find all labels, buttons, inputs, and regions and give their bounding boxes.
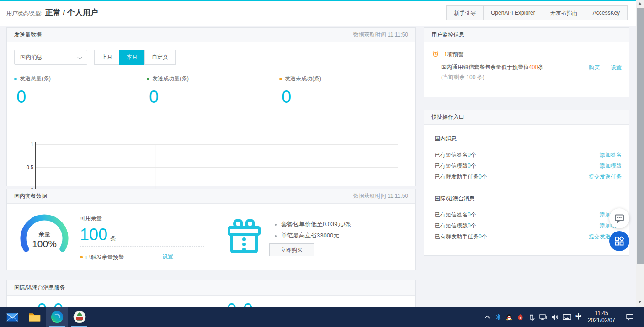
alert-remaining: (当前剩余 100 条)	[441, 74, 484, 81]
data-fetch-time: 数据获取时间 11:11:50	[353, 192, 408, 200]
apps-grid-icon	[614, 236, 624, 246]
stat-failed-label: 发送未成功(条)	[285, 75, 321, 82]
scroll-down-arrow-icon[interactable]	[638, 301, 642, 303]
app-logo-icon	[73, 311, 86, 323]
user-status: 用户状态/类型:正常 / 个人用户	[6, 7, 98, 18]
section-heading-domestic: 国内消息	[435, 135, 457, 142]
international-panel-header: 国际/港澳台消息服务	[7, 280, 415, 296]
windows-taskbar: 中 11:45 2021/02/07	[0, 307, 644, 327]
panel-title: 国际/港澳台消息服务	[14, 284, 65, 292]
message-type-select[interactable]: 国内消息	[14, 50, 87, 65]
taskbar-explorer-button[interactable]	[23, 307, 46, 327]
page-scrollbar[interactable]	[636, 0, 644, 307]
action-center-button[interactable]	[623, 307, 637, 327]
action-center-icon	[626, 313, 634, 321]
panel-title: 快捷操作入口	[431, 113, 464, 121]
stat-success: 发送成功量(条) 0	[147, 74, 189, 105]
tray-usb-button[interactable]	[526, 307, 537, 327]
scroll-up-arrow-icon[interactable]	[638, 2, 642, 5]
speaker-icon	[551, 314, 559, 321]
mini-apps-fab[interactable]	[609, 231, 629, 251]
tray-touch-keyboard-button[interactable]	[561, 307, 573, 327]
message-type-select-value: 国内消息	[20, 54, 42, 60]
row-text: 已有群发助手任务0个	[435, 233, 487, 241]
user-status-value: 正常 / 个人用户	[45, 8, 98, 17]
tray-volume-button[interactable]	[549, 307, 560, 327]
period-tab-group: 上月本月自定义	[95, 50, 176, 65]
domestic-package-panel-header: 国内套餐数据 数据获取时间 11:11:50	[7, 189, 415, 204]
taskbar-app-button[interactable]	[68, 307, 90, 327]
tray-bluetooth-button[interactable]	[493, 307, 503, 327]
dashed-divider	[80, 246, 204, 247]
add-template-link[interactable]: 添加模版	[600, 162, 622, 170]
tab-last-month[interactable]: 上月	[94, 50, 120, 65]
submit-send-task-link[interactable]: 提交发送任务	[589, 173, 622, 181]
alert-message-prefix: 国内通用短信套餐包余量低于预警值	[441, 64, 529, 70]
promo-bullet-2: 单笔最高立省33000元	[275, 232, 339, 240]
quick-row: 已有短信模版0个 添加模版	[435, 162, 622, 170]
orange-dot-icon	[80, 256, 83, 258]
gauge-percent: 100%	[18, 238, 71, 249]
warning-settings-link[interactable]: 设置	[162, 253, 173, 261]
data-fetch-time: 数据获取时间 11:11:50	[353, 31, 408, 39]
balance-warning: 已触发余量预警	[80, 253, 124, 261]
tray-network-button[interactable]	[538, 307, 548, 327]
folder-icon	[28, 310, 42, 324]
tray-ime-button[interactable]: 中	[573, 307, 584, 327]
dashed-divider	[431, 189, 622, 189]
chart-horizontal-gridlines	[35, 145, 398, 168]
desktop: 用户状态/类型:正常 / 个人用户 新手引导OpenAPI Explorer开发…	[0, 0, 644, 327]
tab-this-month[interactable]: 本月	[119, 50, 145, 65]
quick-row: 已有群发助手任务0个 提交发送任务	[435, 173, 622, 181]
stat-success-label: 发送成功量(条)	[152, 75, 189, 82]
taskbar-clock[interactable]: 11:45 2021/02/07	[584, 310, 619, 324]
mail-icon	[5, 310, 19, 324]
send-volume-chart: 1 0.5 0 2021-02-01 2021-02-03 2021-02-05…	[35, 144, 398, 190]
tray-qq-button[interactable]	[504, 307, 514, 327]
row-text: 已有短信模版0个	[435, 162, 476, 170]
send-volume-panel-header: 发送量数据 数据获取时间 11:11:50	[7, 28, 415, 42]
alert-count-suffix: 项预警	[447, 51, 463, 58]
panel-title: 用户监控信息	[431, 31, 464, 39]
stat-failed-value: 0	[282, 88, 321, 105]
beginner-guide-button[interactable]: 新手引导	[446, 5, 484, 20]
accesskey-button[interactable]: AccessKey	[585, 5, 628, 20]
send-volume-panel: 发送量数据 数据获取时间 11:11:50 国内消息 上月本月自定义 发送总量(…	[6, 27, 416, 186]
cyan-dot-icon	[14, 78, 17, 80]
scrollbar-thumb[interactable]	[637, 8, 644, 264]
y-tick-1: 1	[15, 142, 33, 147]
tray-show-hidden-button[interactable]	[482, 307, 492, 327]
user-monitor-panel: 用户监控信息 1项预警 国内通用短信套餐包余量低于预警值400条 (当前剩余 1…	[424, 27, 629, 97]
buy-now-button[interactable]: 立即购买	[269, 243, 314, 256]
alert-summary: 1项预警	[432, 50, 463, 58]
user-monitor-panel-header: 用户监控信息	[424, 28, 629, 42]
page-accent-line	[0, 0, 636, 1]
panel-title: 国内套餐数据	[14, 192, 47, 200]
usb-device-icon	[528, 313, 535, 321]
user-status-label: 用户状态/类型:	[6, 10, 43, 16]
ime-indicator: 中	[575, 313, 582, 321]
edge-browser-icon	[50, 310, 64, 324]
stat-total-label: 发送总量(条)	[20, 75, 51, 82]
keyboard-icon	[563, 314, 571, 320]
quick-actions-panel-header: 快捷操作入口	[424, 110, 629, 125]
stat-total: 发送总量(条) 0	[14, 74, 51, 105]
quick-row: 已有短信模版0个 添加模版	[435, 222, 622, 230]
add-signature-link[interactable]: 添加签名	[600, 151, 622, 159]
alert-settings-link[interactable]: 设置	[611, 64, 622, 72]
gift-box-icon	[225, 217, 263, 255]
bluetooth-icon	[495, 313, 501, 321]
tray-app-red-button[interactable]	[515, 307, 525, 327]
feedback-chat-fab[interactable]	[609, 208, 629, 228]
available-balance-unit: 条	[110, 235, 116, 242]
taskbar-edge-button[interactable]	[46, 307, 68, 327]
alert-buy-link[interactable]: 购买	[589, 64, 600, 72]
promo-bullet-2-text: 单笔最高立省33000元	[281, 232, 339, 239]
developer-guide-button[interactable]: 开发者指南	[543, 5, 585, 20]
stat-failed: 发送未成功(条) 0	[279, 74, 321, 105]
tab-custom[interactable]: 自定义	[144, 50, 176, 65]
stat-total-value: 0	[16, 88, 51, 105]
openapi-explorer-button[interactable]: OpenAPI Explorer	[483, 5, 543, 20]
alert-threshold-value: 400	[529, 64, 538, 70]
taskbar-mail-button[interactable]	[1, 307, 23, 327]
